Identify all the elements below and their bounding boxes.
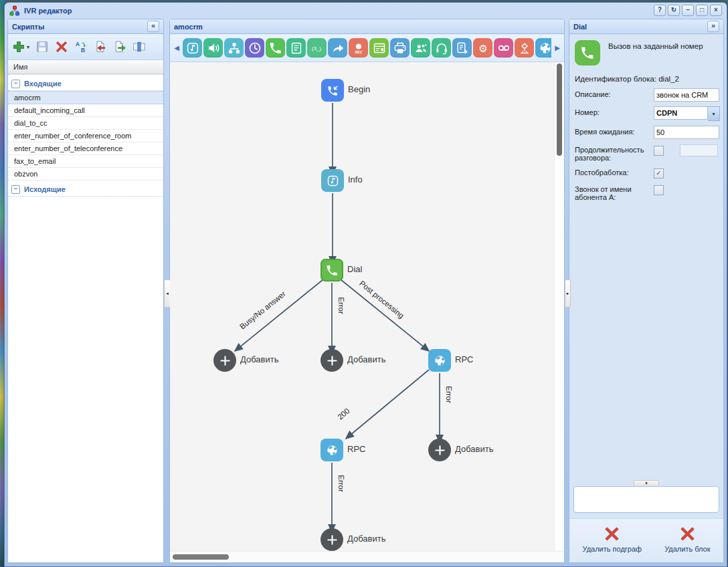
group-label: Исходящие [24, 185, 66, 193]
enter-digits-block-button[interactable]: (3_). [307, 38, 327, 58]
number-select-value[interactable] [654, 106, 708, 120]
delete-button[interactable] [55, 38, 68, 55]
titlebar[interactable]: IVR редактор ?↻–□× [5, 3, 727, 18]
script-item-fax_to_email[interactable]: fax_to_email [8, 155, 163, 168]
help-tool[interactable]: ? [654, 5, 666, 16]
palette-scroll-left-icon[interactable]: ◀ [172, 44, 181, 51]
collapse-left-panel-button[interactable]: « [147, 21, 159, 32]
field-row-duration: Продолжительность разговора: [569, 141, 723, 164]
form-block-button[interactable] [369, 38, 389, 58]
node-add3[interactable] [428, 439, 451, 461]
postprocess-checkbox[interactable] [654, 168, 664, 179]
svg-text:B: B [81, 47, 85, 53]
palette-scroll-right-icon[interactable]: ▶ [553, 44, 562, 51]
red-x-icon [55, 40, 68, 53]
node-info[interactable] [321, 169, 344, 192]
voicemail-block-button[interactable] [494, 38, 513, 58]
save-button[interactable] [35, 38, 49, 55]
block-inspector-panel: Dial » Вызов на заданный номер Идентифик… [569, 19, 724, 563]
description-input[interactable] [654, 88, 719, 102]
script-item-obzvon[interactable]: obzvon [8, 168, 163, 181]
menu-tree-block-button[interactable] [224, 38, 244, 58]
script-item-enter_number_of_conference_room[interactable]: enter_number_of_conference_room [8, 130, 163, 142]
caller-a-checkbox[interactable] [654, 185, 664, 195]
flow-panel-header: amocrm [170, 19, 564, 34]
notes-textarea[interactable] [573, 486, 719, 513]
group-row-Исходящие[interactable]: −Исходящие [8, 183, 163, 197]
dial-block-button[interactable] [266, 38, 285, 58]
node-rpc2[interactable] [321, 439, 343, 461]
settings-block-button[interactable]: ⚙ [473, 38, 492, 58]
canvas-toolbar: ◀ (3_).REC⚙ ▶ [170, 34, 564, 62]
export-button[interactable] [113, 38, 126, 55]
hub-block-button[interactable] [515, 38, 534, 58]
timeout-input[interactable] [654, 126, 719, 139]
canvas-vscrollbar-thumb[interactable] [557, 64, 562, 156]
node-label-info: Info [348, 175, 363, 185]
dropdown-caret-icon[interactable]: ▾ [27, 44, 29, 50]
scripts-column-header[interactable]: Имя [8, 60, 163, 74]
script-item-dial_to_cc[interactable]: dial_to_cc [8, 117, 163, 130]
right-splitter[interactable]: ▸ [565, 19, 569, 563]
block-type-description: Вызов на заданный номер [608, 40, 703, 50]
collapse-right-panel-button[interactable]: » [707, 21, 719, 32]
import-button[interactable] [94, 38, 107, 55]
transfer-block-button[interactable] [328, 38, 347, 58]
node-begin[interactable] [321, 79, 344, 102]
field-row-number: Номер: ▼ [569, 104, 723, 123]
svg-text:⚙: ⚙ [478, 42, 488, 54]
conference-block-button[interactable] [411, 38, 430, 58]
rename-icon: AB [74, 40, 88, 53]
canvas-hscrollbar[interactable] [170, 551, 564, 562]
block-palette: (3_).REC⚙ [183, 38, 551, 58]
flow-editor-panel: amocrm ◀ (3_).REC⚙ ▶ Busy/No answerError… [169, 19, 565, 563]
flow-canvas[interactable]: Busy/No answerErrorPost processing200Err… [170, 62, 564, 551]
script-item-default_incoming_call[interactable]: default_incoming_call [8, 104, 163, 117]
notes-collapse-handle[interactable]: ▾ [634, 480, 659, 486]
minimize-tool[interactable]: – [682, 5, 694, 16]
columns-icon [132, 40, 146, 53]
script-item-amocrm[interactable]: amocrm [8, 91, 163, 104]
delete-block-button[interactable]: Удалить блок [664, 526, 710, 553]
rpc-block-button[interactable] [535, 38, 551, 58]
dial-icon [268, 41, 283, 55]
queue-block-button[interactable] [286, 38, 306, 58]
maximize-tool[interactable]: □ [696, 5, 708, 16]
add-script-button[interactable]: ▾ [12, 38, 29, 55]
node-add2[interactable] [321, 349, 343, 372]
left-splitter[interactable]: ◂ [164, 19, 169, 563]
delete-subgraph-button[interactable]: Удалить подграф [583, 526, 642, 553]
script-item-enter_number_of_teleconference[interactable]: enter_number_of_teleconference [8, 142, 163, 155]
node-label-rpc2: RPC [347, 444, 365, 454]
inspector-footer: Удалить подграфУдалить блок [569, 518, 723, 562]
playback-block-button[interactable] [203, 38, 223, 58]
schedule-block-button[interactable] [245, 38, 264, 58]
fax-block-button[interactable] [390, 38, 410, 58]
voicemail-icon [496, 41, 511, 55]
close-tool[interactable]: × [710, 5, 722, 16]
hub-icon [517, 41, 532, 55]
canvas-hscrollbar-thumb[interactable] [173, 554, 229, 560]
announcement-block-button[interactable] [183, 38, 202, 58]
settings-icon: ⚙ [476, 41, 490, 55]
collapse-group-icon[interactable]: − [11, 185, 20, 194]
collapse-group-icon[interactable]: − [11, 80, 20, 88]
rename-button[interactable]: AB [74, 38, 88, 55]
number-select[interactable]: ▼ [654, 106, 720, 121]
group-row-Входящие[interactable]: −Входящие [8, 77, 163, 91]
canvas-vscrollbar[interactable] [554, 62, 564, 551]
node-add1[interactable] [213, 349, 236, 372]
node-dial[interactable] [321, 259, 343, 281]
refresh-tool[interactable]: ↻ [668, 5, 680, 16]
operator-block-button[interactable] [432, 38, 451, 58]
duration-checkbox[interactable] [654, 146, 664, 156]
node-rpc1[interactable] [428, 349, 451, 372]
chevron-down-icon[interactable]: ▼ [708, 106, 720, 121]
node-add4[interactable] [321, 528, 343, 551]
record-block-button[interactable]: REC [349, 38, 368, 58]
inspector-head: Вызов на заданный номер [569, 34, 723, 67]
columns-button[interactable] [132, 38, 146, 55]
script-block-button[interactable] [452, 38, 472, 58]
flow-panel-title: amocrm [174, 23, 203, 31]
right-splitter-collapse-handle[interactable]: ▸ [565, 279, 571, 308]
